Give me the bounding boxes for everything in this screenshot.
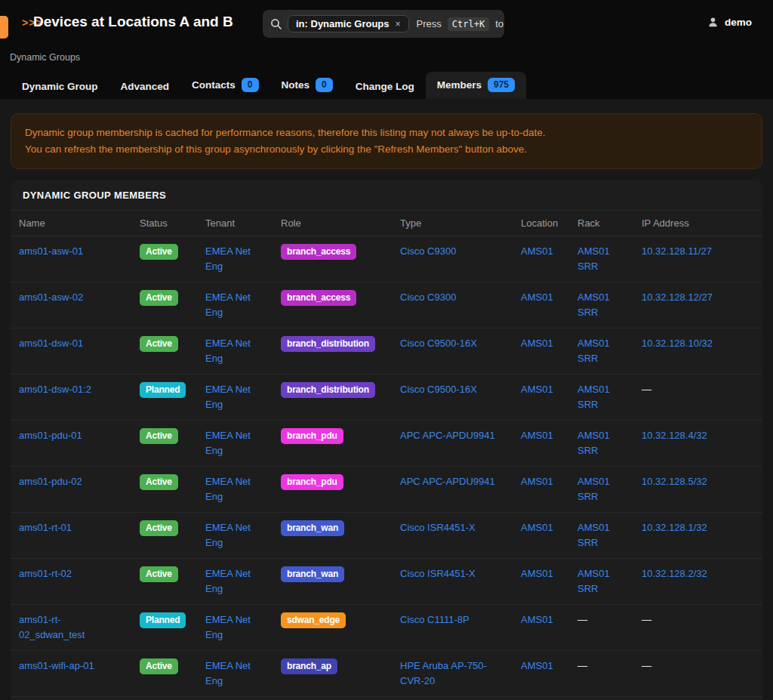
tenant-link[interactable]: EMEA Net Eng [205, 245, 251, 272]
tab-advanced[interactable]: Advanced [109, 75, 181, 99]
device-name-link[interactable]: ams01-asw-02 [19, 291, 83, 303]
rack-link[interactable]: AMS01 SRR [577, 245, 610, 272]
ip-address-link[interactable]: 10.32.128.2/32 [642, 568, 707, 579]
tab-members[interactable]: Members975 [426, 72, 526, 99]
column-header-tenant[interactable]: Tenant [197, 211, 273, 236]
device-type-link[interactable]: Cisco C9300 [400, 245, 456, 257]
device-name-link[interactable]: ams01-dsw-01 [19, 338, 83, 349]
rack-link[interactable]: AMS01 SRR [577, 384, 610, 410]
tenant-link[interactable]: EMEA Net Eng [205, 291, 251, 318]
tab-contacts[interactable]: Contacts0 [180, 72, 269, 99]
ip-address-link[interactable]: 10.32.128.10/32 [642, 338, 713, 349]
device-type-link[interactable]: Cisco C9500-16X [400, 384, 477, 395]
location-link[interactable]: AMS01 [521, 476, 553, 487]
device-name-link[interactable]: ams01-rt-02_sdwan_test [19, 614, 85, 640]
role-badge[interactable]: branch_pdu [281, 474, 343, 490]
column-header-type[interactable]: Type [392, 211, 513, 236]
device-type-link[interactable]: Cisco ISR4451-X [400, 522, 476, 533]
device-type-link[interactable]: Cisco C9500-16X [400, 338, 477, 349]
remove-scope-icon[interactable]: × [396, 19, 401, 29]
device-type-link[interactable]: Cisco C1111-8P [400, 614, 470, 625]
tab-dynamic-group[interactable]: Dynamic Group [11, 75, 109, 99]
tenant-link[interactable]: EMEA Net Eng [205, 614, 251, 640]
location-link[interactable]: AMS01 [521, 245, 553, 257]
role-badge[interactable]: branch_pdu [281, 428, 343, 444]
global-search-input[interactable]: in: Dynamic Groups × Press Ctrl+K to se [263, 10, 504, 38]
role-badge[interactable]: branch_access [281, 290, 356, 306]
column-header-location[interactable]: Location [513, 211, 569, 236]
card-title: DYNAMIC GROUP MEMBERS [11, 180, 762, 211]
breadcrumb[interactable]: Dynamic Groups [10, 52, 80, 63]
device-name-link[interactable]: ams01-dsw-01:2 [19, 384, 91, 395]
device-type-link[interactable]: APC APC-APDU9941 [400, 476, 495, 487]
device-name-link[interactable]: ams01-rt-01 [19, 522, 72, 533]
ip-address-link[interactable]: 10.32.128.1/32 [642, 522, 707, 533]
status-badge: Planned [140, 612, 186, 628]
ip-address-link[interactable]: 10.32.128.12/27 [642, 291, 713, 303]
tenant-link[interactable]: EMEA Net Eng [205, 338, 251, 364]
rack-link[interactable]: AMS01 SRR [577, 522, 610, 548]
ctrl-k-shortcut-key: Ctrl+K [448, 17, 489, 31]
rack-link[interactable]: AMS01 SRR [577, 338, 610, 364]
location-link[interactable]: AMS01 [521, 522, 553, 533]
column-header-ip-address[interactable]: IP Address [633, 211, 762, 236]
role-badge[interactable]: branch_ap [281, 658, 337, 674]
tenant-link[interactable]: EMEA Net Eng [205, 430, 251, 456]
rack-link[interactable]: AMS01 SRR [577, 430, 610, 456]
ip-cell: — [633, 651, 762, 697]
role-badge[interactable]: sdwan_edge [281, 612, 346, 628]
table-row: ams01-rt-02_sdwan_test Planned EMEA Net … [11, 605, 762, 651]
top-header: >>> Devices at Locations A and B Dynamic… [0, 0, 773, 99]
tenant-link[interactable]: EMEA Net Eng [205, 384, 251, 410]
device-name-link[interactable]: ams01-asw-01 [19, 245, 83, 257]
ip-cell: 10.32.128.2/32 [633, 559, 762, 605]
tab-notes[interactable]: Notes0 [270, 72, 344, 99]
device-name-link[interactable]: ams01-pdu-01 [19, 430, 82, 441]
rack-cell: — [569, 651, 633, 697]
device-name-link[interactable]: ams01-wifi-ap-01 [19, 660, 94, 671]
role-badge[interactable]: branch_wan [281, 566, 344, 582]
rack-cell: AMS01 SRR [569, 467, 633, 513]
tenant-link[interactable]: EMEA Net Eng [205, 522, 251, 548]
tenant-link[interactable]: EMEA Net Eng [205, 660, 251, 686]
column-header-name[interactable]: Name [11, 211, 131, 236]
column-header-rack[interactable]: Rack [569, 211, 633, 236]
location-link[interactable]: AMS01 [521, 568, 553, 579]
device-name-link[interactable]: ams01-rt-02 [19, 568, 72, 579]
table-row: ang01-asw-01 Active AMER Net Eng branch_… [11, 697, 762, 700]
column-header-role[interactable]: Role [273, 211, 392, 236]
device-type-link[interactable]: Cisco C9300 [400, 291, 456, 303]
tab-change-log[interactable]: Change Log [344, 75, 426, 99]
ip-cell: 10.32.128.12/27 [633, 282, 762, 328]
tenant-link[interactable]: EMEA Net Eng [205, 568, 251, 594]
location-link[interactable]: AMS01 [521, 430, 553, 441]
ip-cell: — [633, 375, 762, 421]
device-type-link[interactable]: APC APC-APDU9941 [400, 430, 495, 441]
location-link[interactable]: AMS01 [521, 338, 553, 349]
device-name-link[interactable]: ams01-pdu-02 [19, 476, 82, 487]
rack-link[interactable]: AMS01 SRR [577, 291, 610, 318]
role-badge[interactable]: branch_distribution [281, 336, 375, 352]
device-type-link[interactable]: Cisco ISR4451-X [400, 568, 476, 579]
ip-address-link[interactable]: 10.32.128.4/32 [642, 430, 707, 441]
column-header-status[interactable]: Status [131, 211, 197, 236]
location-link[interactable]: AMS01 [521, 384, 553, 395]
rack-link[interactable]: AMS01 SRR [577, 568, 610, 594]
location-link[interactable]: AMS01 [521, 660, 553, 671]
rack-cell: AMS01 SRR [569, 328, 633, 375]
sidebar-toggle-tab[interactable] [0, 16, 8, 39]
role-badge[interactable]: branch_access [281, 244, 356, 260]
user-menu[interactable]: demo [707, 17, 752, 28]
location-link[interactable]: AMS01 [521, 614, 553, 625]
ip-address-link[interactable]: 10.32.128.5/32 [642, 476, 707, 487]
role-badge[interactable]: branch_wan [281, 520, 344, 536]
empty-value: — [642, 384, 651, 395]
device-type-link[interactable]: HPE Aruba AP-750-CVR-20 [400, 660, 487, 686]
search-scope-token[interactable]: in: Dynamic Groups × [288, 15, 409, 32]
ip-address-link[interactable]: 10.32.128.11/27 [642, 245, 712, 257]
tab-count-badge: 0 [316, 78, 333, 92]
rack-link[interactable]: AMS01 SRR [577, 476, 610, 502]
location-link[interactable]: AMS01 [521, 291, 553, 303]
role-badge[interactable]: branch_distribution [281, 382, 375, 398]
tenant-link[interactable]: EMEA Net Eng [205, 476, 251, 502]
